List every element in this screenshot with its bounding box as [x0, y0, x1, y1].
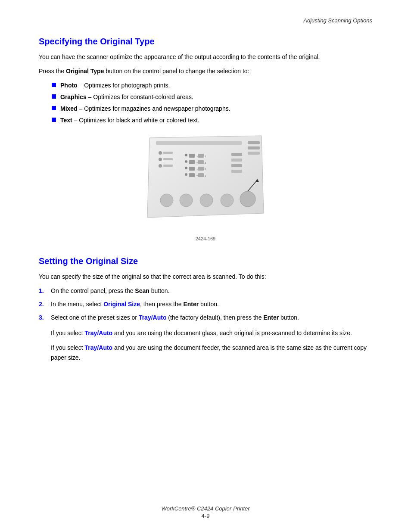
- svg-point-21: [185, 167, 187, 169]
- list-item: Mixed – Optimizes for magazines and news…: [52, 104, 372, 113]
- section1-press-text: Press the Original Type button on the co…: [39, 67, 372, 76]
- section-setting: Setting the Original Size You can specif…: [39, 256, 372, 362]
- svg-rect-4: [248, 152, 260, 155]
- step-2: 2. In the menu, select Original Size, th…: [39, 300, 372, 309]
- svg-point-9: [159, 164, 162, 168]
- step-text: In the menu, select Original Size, then …: [51, 300, 372, 309]
- svg-rect-10: [163, 165, 173, 167]
- device-image-container: → 1 → 2 → 2: [39, 134, 372, 241]
- svg-rect-19: [198, 160, 204, 164]
- bullet-icon: [52, 118, 56, 122]
- svg-rect-17: [189, 160, 195, 164]
- svg-point-35: [160, 194, 173, 207]
- svg-rect-34: [231, 170, 242, 173]
- section2-title: Setting the Original Size: [39, 256, 372, 266]
- svg-rect-24: [198, 167, 204, 171]
- svg-rect-6: [163, 152, 173, 154]
- steps-list: 1. On the control panel, press the Scan …: [39, 286, 372, 322]
- svg-rect-14: [198, 154, 204, 158]
- svg-rect-1: [156, 141, 242, 145]
- svg-rect-8: [163, 158, 173, 160]
- footer-product: WorkCentre® C2424 Copier-Printer: [0, 505, 411, 512]
- section1-intro: You can have the scanner optimize the ap…: [39, 53, 372, 62]
- bullet-icon: [52, 106, 56, 110]
- svg-text:→: →: [196, 161, 199, 164]
- step-number: 1.: [39, 286, 51, 296]
- svg-rect-33: [231, 164, 242, 167]
- svg-point-7: [159, 158, 162, 161]
- svg-rect-3: [248, 146, 260, 149]
- svg-rect-31: [231, 153, 242, 156]
- svg-point-16: [185, 160, 187, 163]
- step-number: 2.: [39, 300, 51, 309]
- sub-paragraph-1: If you select Tray/Auto and you are usin…: [51, 328, 372, 338]
- svg-point-11: [185, 154, 187, 156]
- header-title: Adjusting Scanning Options: [303, 17, 372, 24]
- svg-text:→: →: [196, 155, 199, 158]
- svg-rect-2: [248, 141, 260, 144]
- step-number: 3.: [39, 313, 51, 322]
- svg-point-36: [180, 194, 193, 207]
- svg-rect-22: [189, 167, 195, 171]
- section2-intro: You can specify the size of the original…: [39, 272, 372, 281]
- list-item: Text – Optimizes for black and white or …: [52, 116, 372, 125]
- image-caption: 2424-169: [196, 236, 216, 241]
- svg-rect-29: [198, 173, 204, 177]
- step-text: Select one of the preset sizes or Tray/A…: [51, 313, 372, 322]
- svg-point-26: [185, 173, 187, 176]
- svg-point-39: [240, 191, 255, 207]
- step-3: 3. Select one of the preset sizes or Tra…: [39, 313, 372, 322]
- svg-point-38: [221, 194, 234, 207]
- bullet-icon: [52, 83, 56, 87]
- svg-rect-12: [189, 154, 195, 158]
- section-specifying: Specifying the Original Type You can hav…: [39, 37, 372, 241]
- section1-title: Specifying the Original Type: [39, 37, 372, 47]
- svg-rect-32: [231, 159, 242, 162]
- svg-rect-27: [189, 173, 195, 177]
- page-footer: WorkCentre® C2424 Copier-Printer 4-9: [0, 505, 411, 519]
- page: Adjusting Scanning Options Specifying th…: [0, 0, 411, 532]
- bullet-list: Photo – Optimizes for photograph prints.…: [52, 81, 372, 125]
- footer-page-number: 4-9: [0, 513, 411, 519]
- list-item: Photo – Optimizes for photograph prints.: [52, 81, 372, 90]
- device-panel-svg: → 1 → 2 → 2: [137, 134, 274, 224]
- svg-point-5: [159, 151, 162, 155]
- step-1: 1. On the control panel, press the Scan …: [39, 286, 372, 296]
- list-item: Graphics – Optimizes for constant-colore…: [52, 93, 372, 102]
- page-header: Adjusting Scanning Options: [39, 17, 372, 24]
- sub-paragraph-2: If you select Tray/Auto and you are usin…: [51, 343, 372, 362]
- svg-point-37: [200, 194, 213, 207]
- svg-text:→: →: [196, 168, 199, 171]
- step-text: On the control panel, press the Scan but…: [51, 286, 372, 296]
- svg-text:→: →: [196, 174, 199, 177]
- bullet-icon: [52, 94, 56, 99]
